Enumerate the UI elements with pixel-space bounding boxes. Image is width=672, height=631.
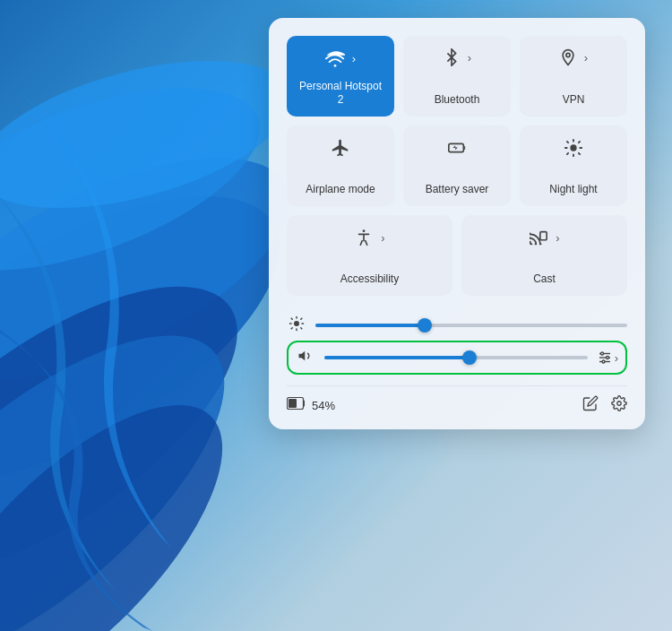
tile-top-airplane [296, 138, 385, 158]
tile-bluetooth[interactable]: › Bluetooth [403, 36, 511, 117]
svg-point-7 [333, 65, 336, 67]
tile-top-battery-saver [412, 138, 502, 158]
volume-slider[interactable] [324, 349, 588, 367]
tiles-row2: › Accessibility › Cast [287, 215, 627, 296]
night-light-label: Night light [549, 183, 597, 197]
tile-top-cast: › [470, 228, 618, 247]
settings-button[interactable] [611, 395, 627, 415]
vpn-icon [559, 48, 577, 66]
quick-settings-panel: › Personal Hotspot 2 › Bluetooth [269, 18, 645, 429]
tile-top-bluetooth: › [412, 48, 502, 66]
tile-vpn[interactable]: › VPN [520, 36, 627, 117]
svg-point-20 [600, 352, 603, 355]
tile-top-hotspot: › [296, 48, 385, 68]
volume-icon [296, 348, 315, 367]
wifi-icon [325, 48, 345, 68]
svg-point-12 [570, 144, 576, 151]
night-light-icon [564, 138, 583, 158]
tile-top-vpn: › [529, 48, 618, 66]
tile-top-night-light [529, 138, 618, 158]
brightness-slider-row [287, 310, 627, 341]
battery-saver-icon [447, 138, 467, 158]
svg-point-15 [294, 321, 299, 326]
tile-accessibility[interactable]: › Accessibility [287, 215, 452, 296]
hotspot-label: Personal Hotspot 2 [296, 80, 385, 108]
tile-battery-saver[interactable]: Battery saver [403, 125, 511, 206]
svg-point-22 [602, 360, 605, 363]
tiles-grid: › Personal Hotspot 2 › Bluetooth [287, 36, 627, 206]
tile-personal-hotspot[interactable]: › Personal Hotspot 2 [287, 36, 394, 117]
vpn-chevron: › [584, 51, 588, 65]
volume-highlight-wrapper: › [287, 341, 627, 375]
battery-percent: 54% [312, 399, 335, 412]
battery-icon [287, 397, 306, 413]
accessibility-icon [354, 228, 374, 247]
battery-info: 54% [287, 397, 335, 413]
hotspot-chevron: › [352, 52, 356, 65]
volume-settings-button[interactable]: › [597, 350, 618, 366]
cast-label: Cast [533, 272, 556, 287]
svg-marker-16 [299, 351, 306, 361]
bluetooth-icon [443, 48, 461, 66]
svg-point-8 [566, 53, 570, 56]
airplane-label: Airplane mode [306, 183, 375, 197]
bluetooth-chevron: › [468, 51, 471, 65]
svg-point-25 [617, 402, 622, 406]
svg-rect-24 [289, 399, 297, 408]
bottom-actions [582, 395, 627, 415]
bluetooth-label: Bluetooth [435, 93, 480, 108]
brightness-slider[interactable] [315, 316, 627, 334]
brightness-icon [287, 316, 306, 335]
svg-rect-14 [540, 232, 547, 240]
tile-night-light[interactable]: Night light [520, 125, 627, 206]
bottom-bar: 54% [287, 385, 627, 415]
accessibility-chevron: › [381, 231, 384, 245]
cast-icon [529, 228, 548, 247]
background-wave [0, 0, 287, 631]
accessibility-label: Accessibility [340, 272, 399, 287]
svg-point-21 [606, 357, 608, 359]
battery-saver-label: Battery saver [426, 183, 489, 197]
edit-button[interactable] [582, 395, 599, 415]
tile-top-accessibility: › [296, 228, 444, 247]
airplane-icon [331, 138, 350, 158]
tile-airplane-mode[interactable]: Airplane mode [287, 125, 394, 206]
cast-chevron: › [556, 231, 559, 245]
tile-cast[interactable]: › Cast [461, 215, 627, 296]
volume-settings-chevron: › [615, 351, 618, 365]
vpn-label: VPN [563, 93, 585, 108]
svg-point-13 [363, 229, 366, 232]
